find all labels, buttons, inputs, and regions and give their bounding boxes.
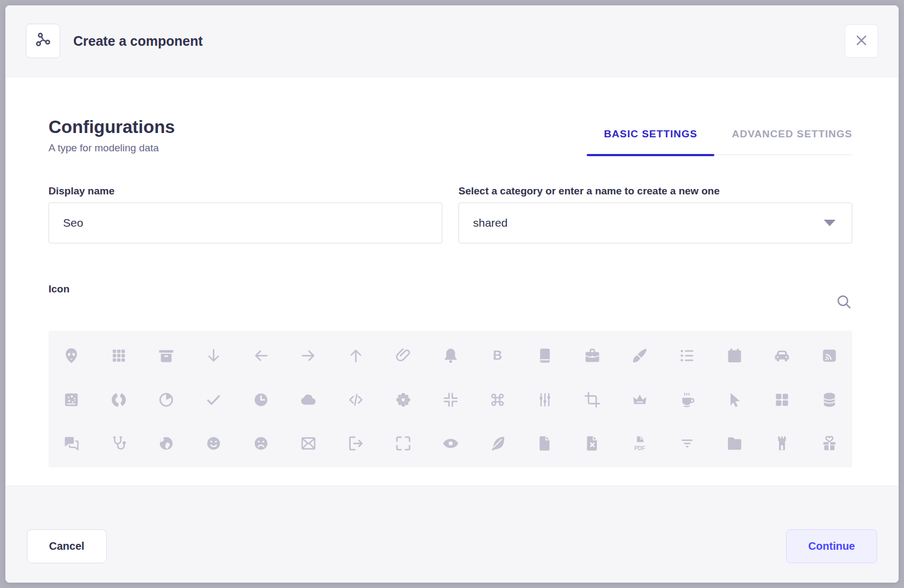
svg-text:B: B: [493, 348, 503, 362]
icon-grid-row: PDF: [62, 435, 838, 452]
arrow-left-icon[interactable]: [252, 347, 270, 365]
category-select[interactable]: shared: [458, 202, 852, 243]
cancel-button[interactable]: Cancel: [27, 529, 107, 563]
command-icon[interactable]: [489, 391, 506, 409]
form-row: Display name Select a category or enter …: [48, 185, 852, 244]
file-pdf-icon[interactable]: PDF: [631, 435, 649, 452]
heading-block: Configurations A type for modeling data: [48, 117, 175, 155]
modal-header: Create a component: [5, 5, 899, 77]
file-icon[interactable]: [536, 435, 554, 452]
castle-gate-icon[interactable]: [773, 435, 791, 452]
dashboard-icon[interactable]: [773, 391, 791, 409]
svg-text:PDF: PDF: [635, 445, 645, 451]
modal-body: Configurations A type for modeling data …: [5, 77, 899, 486]
category-selected-value: shared: [473, 216, 507, 229]
crop-icon[interactable]: [583, 391, 601, 409]
cursor-icon[interactable]: [726, 391, 743, 409]
folder-icon[interactable]: [726, 435, 743, 452]
icon-grid: BPDF: [48, 331, 852, 467]
cast-icon[interactable]: [820, 347, 838, 365]
cog-icon[interactable]: [394, 391, 412, 409]
category-field: Select a category or enter a name to cre…: [458, 185, 852, 244]
archive-icon[interactable]: [157, 347, 175, 365]
expand-icon[interactable]: [394, 435, 412, 452]
bold-icon[interactable]: B: [489, 347, 506, 365]
book-icon[interactable]: [536, 347, 554, 365]
code-icon[interactable]: [347, 391, 365, 409]
paint-brush-icon[interactable]: [631, 347, 649, 365]
check-icon[interactable]: [205, 391, 222, 409]
settings-tabs: BASIC SETTINGS ADVANCED SETTINGS: [587, 128, 852, 155]
page-title: Configurations: [48, 117, 175, 137]
eye-icon[interactable]: [442, 435, 460, 452]
envelope-icon[interactable]: [300, 435, 317, 452]
chevron-down-icon: [824, 220, 836, 226]
collapse-icon[interactable]: [442, 391, 460, 409]
crown-icon[interactable]: [631, 391, 649, 409]
car-icon[interactable]: [773, 347, 791, 365]
chart-donut-icon[interactable]: [110, 391, 128, 409]
display-name-input[interactable]: [48, 202, 442, 243]
apps-grid-icon[interactable]: [110, 347, 128, 365]
arrow-down-icon[interactable]: [205, 347, 222, 365]
tab-advanced-settings[interactable]: ADVANCED SETTINGS: [714, 128, 852, 155]
stethoscope-icon[interactable]: [110, 435, 128, 452]
cloud-icon[interactable]: [300, 391, 317, 409]
bullet-list-icon[interactable]: [678, 347, 696, 365]
clock-icon[interactable]: [252, 391, 270, 409]
close-icon: [854, 33, 868, 49]
emotion-happy-icon[interactable]: [205, 435, 222, 452]
category-label: Select a category or enter a name to cre…: [458, 185, 852, 198]
emotion-unhappy-icon[interactable]: [252, 435, 270, 452]
arrow-up-icon[interactable]: [347, 347, 365, 365]
display-name-label: Display name: [48, 185, 442, 198]
page-subtitle: A type for modeling data: [48, 142, 175, 155]
heading-row: Configurations A type for modeling data …: [48, 117, 852, 155]
icon-grid-row: B: [62, 347, 838, 365]
file-error-icon[interactable]: [583, 435, 601, 452]
create-component-modal: Create a component Configurations A type…: [5, 5, 899, 583]
chart-bubble-icon[interactable]: [62, 391, 80, 409]
display-name-field: Display name: [48, 185, 442, 244]
coffee-cup-icon[interactable]: [678, 391, 696, 409]
gift-icon[interactable]: [820, 435, 838, 452]
chart-pie-icon[interactable]: [157, 391, 175, 409]
filter-icon[interactable]: [678, 435, 696, 452]
modal-title: Create a component: [73, 33, 203, 49]
component-icon-box: [26, 24, 60, 58]
discuss-icon[interactable]: [62, 435, 80, 452]
paperclip-icon[interactable]: [394, 347, 412, 365]
exit-icon[interactable]: [347, 435, 365, 452]
arrow-right-icon[interactable]: [300, 347, 317, 365]
close-button[interactable]: [845, 24, 878, 58]
icon-grid-row: [62, 391, 838, 409]
briefcase-icon[interactable]: [583, 347, 601, 365]
alien-icon[interactable]: [62, 347, 80, 365]
tab-basic-settings[interactable]: BASIC SETTINGS: [587, 128, 714, 155]
database-icon[interactable]: [820, 391, 838, 409]
continue-button[interactable]: Continue: [786, 529, 877, 563]
feather-icon[interactable]: [489, 435, 506, 452]
icon-label: Icon: [48, 278, 69, 313]
search-icon[interactable]: [836, 293, 852, 312]
calendar-icon[interactable]: [726, 347, 743, 365]
component-nodes-icon: [34, 31, 52, 51]
earth-icon[interactable]: [157, 435, 175, 452]
bell-icon[interactable]: [442, 347, 460, 365]
modal-footer: Cancel Continue: [5, 486, 899, 583]
icon-picker-header: Icon: [48, 278, 852, 313]
sliders-icon[interactable]: [536, 391, 554, 409]
